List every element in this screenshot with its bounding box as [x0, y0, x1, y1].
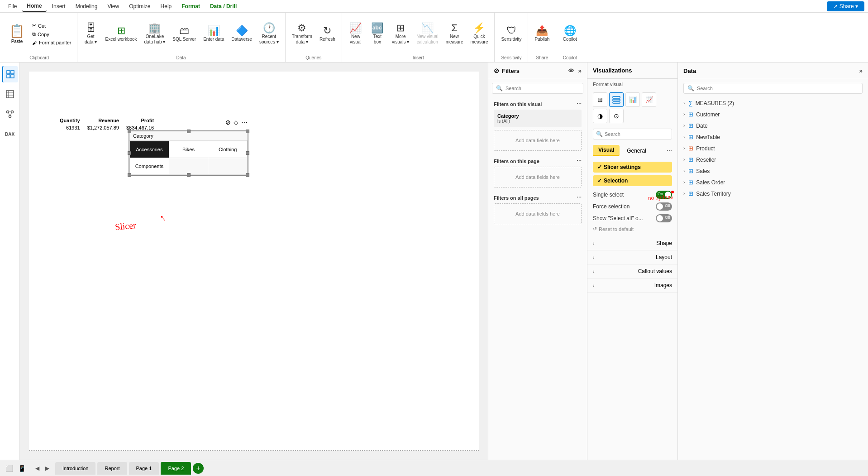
- tab-page2[interactable]: Page 2: [161, 462, 191, 475]
- enter-data-button[interactable]: 📊 Enter data: [200, 24, 227, 44]
- slicer-item-components[interactable]: Components: [130, 158, 169, 174]
- resize-handle-br[interactable]: [246, 173, 249, 177]
- tab-report[interactable]: Report: [97, 462, 127, 475]
- slicer-item-clothing[interactable]: Clothing: [208, 141, 247, 158]
- show-select-all-switch[interactable]: Off: [656, 214, 672, 222]
- canvas-page[interactable]: Quantity Revenue Profit 61931 $1,272,057…: [29, 72, 479, 451]
- viz-slicer-icon[interactable]: [609, 92, 624, 107]
- filter-expand-icon[interactable]: »: [578, 67, 582, 74]
- add-fields-visual[interactable]: Add data fields here: [494, 130, 582, 151]
- more-visuals-button[interactable]: ⊞ Morevisuals ▾: [389, 21, 412, 47]
- menu-format[interactable]: Format: [177, 1, 205, 11]
- layout-section[interactable]: › Layout: [587, 250, 677, 264]
- resize-handle-ml[interactable]: [128, 151, 131, 155]
- selection-header[interactable]: ✓ Selection: [593, 175, 672, 186]
- paste-button[interactable]: 📋 Paste: [5, 22, 29, 46]
- resize-handle-bl[interactable]: [128, 173, 131, 177]
- copy-button[interactable]: ⧉ Copy: [30, 30, 73, 38]
- viz-bar-icon[interactable]: 📊: [625, 92, 640, 107]
- single-select-toggle[interactable]: On: [656, 191, 672, 199]
- add-fields-page[interactable]: Add data fields here: [494, 167, 582, 188]
- data-item-product[interactable]: › ⊞ Product: [678, 143, 868, 154]
- data-search-input[interactable]: [697, 86, 858, 91]
- share-button[interactable]: ↗ Share ▾: [827, 1, 864, 11]
- menu-modeling[interactable]: Modeling: [71, 1, 102, 11]
- viz-line-icon[interactable]: 📈: [642, 92, 656, 107]
- viz-search-input[interactable]: [605, 131, 669, 137]
- data-item-sales-order[interactable]: › ⊞ Sales Order: [678, 177, 868, 188]
- shape-section[interactable]: › Shape: [587, 236, 677, 250]
- menu-optimize[interactable]: Optimize: [124, 1, 155, 11]
- data-item-customer[interactable]: › ⊞ Customer: [678, 109, 868, 120]
- copilot-button[interactable]: 🌐 Copilot: [560, 24, 580, 44]
- filters-on-visual-more[interactable]: ⋯: [577, 101, 582, 107]
- report-view-icon[interactable]: [2, 66, 18, 82]
- filter-search-input[interactable]: [506, 86, 579, 91]
- table-view-icon[interactable]: [2, 86, 18, 102]
- filter-eye-icon[interactable]: 👁: [568, 67, 574, 74]
- category-filter-card[interactable]: Category is (All): [494, 110, 582, 127]
- cut-button[interactable]: ✂ Cut: [30, 22, 73, 29]
- data-search-box[interactable]: 🔍: [683, 83, 863, 94]
- text-box-button[interactable]: 🔤 Textbox: [367, 21, 387, 47]
- sql-server-button[interactable]: 🗃 SQL Server: [170, 24, 199, 44]
- slicer-visual[interactable]: ⊘ ◇ ⋯ Category Accessories Bikes Clothin…: [129, 130, 248, 176]
- mobile-view-icon[interactable]: 📱: [16, 463, 27, 474]
- focus-icon[interactable]: ◇: [234, 119, 238, 126]
- add-fields-all[interactable]: Add data fields here: [494, 203, 582, 224]
- reset-to-default-button[interactable]: ↺ Reset to default: [593, 224, 672, 234]
- data-item-reseller[interactable]: › ⊞ Reseller: [678, 154, 868, 165]
- filter-visual-icon[interactable]: ⊘: [225, 119, 231, 126]
- table-visual[interactable]: Quantity Revenue Profit 61931 $1,272,057…: [56, 117, 157, 131]
- tab-visual[interactable]: Visual: [593, 145, 620, 156]
- tab-introduction[interactable]: Introduction: [55, 462, 95, 475]
- tab-more-icon[interactable]: ⋯: [667, 148, 672, 154]
- new-visual-button[interactable]: 📈 Newvisual: [346, 21, 366, 47]
- force-selection-toggle[interactable]: Off: [656, 202, 672, 211]
- data-item-date[interactable]: › ⊞ Date: [678, 120, 868, 131]
- menu-datadrill[interactable]: Data / Drill: [205, 1, 241, 11]
- resize-handle-mr[interactable]: [246, 151, 249, 155]
- excel-workbook-button[interactable]: ⊞ Excel workbook: [103, 24, 140, 44]
- new-measure-button[interactable]: Σ Newmeasure: [443, 21, 466, 47]
- more-options-icon[interactable]: ⋯: [241, 119, 248, 126]
- filters-on-allpages-more[interactable]: ⋯: [577, 195, 582, 201]
- tab-page1[interactable]: Page 1: [129, 462, 159, 475]
- new-visual-calc-button[interactable]: 📉 New visualcalculation: [414, 21, 441, 47]
- onelake-button[interactable]: 🏢 OneLakedata hub ▾: [142, 21, 168, 47]
- dataverse-button[interactable]: 🔷 Dataverse: [229, 24, 255, 44]
- format-painter-button[interactable]: 🖌 Format painter: [30, 39, 73, 46]
- slicer-item-bikes[interactable]: Bikes: [169, 141, 208, 158]
- transform-data-button[interactable]: ⚙ Transformdata ▾: [289, 21, 315, 47]
- filter-search-box[interactable]: 🔍: [492, 83, 583, 94]
- slicer-item-accessories[interactable]: Accessories: [130, 141, 169, 158]
- callout-values-section[interactable]: › Callout values: [587, 264, 677, 279]
- data-expand-icon[interactable]: »: [859, 67, 863, 74]
- images-section[interactable]: › Images: [587, 279, 677, 293]
- model-view-icon[interactable]: [2, 106, 18, 122]
- viz-search-box[interactable]: 🔍: [593, 129, 672, 139]
- resize-handle-tm[interactable]: [187, 130, 191, 133]
- viz-circle-icon[interactable]: ⊙: [609, 109, 624, 123]
- force-selection-switch[interactable]: Off: [656, 202, 672, 211]
- recent-sources-button[interactable]: 🕐 Recentsources ▾: [257, 21, 281, 47]
- menu-home[interactable]: Home: [22, 1, 46, 12]
- menu-help[interactable]: Help: [156, 1, 176, 11]
- viz-pie-icon[interactable]: ◑: [593, 109, 607, 123]
- viz-table-icon[interactable]: ⊞: [593, 92, 607, 107]
- menu-view[interactable]: View: [103, 1, 124, 11]
- data-item-sales[interactable]: › ⊞ Sales: [678, 165, 868, 177]
- filters-on-page-more[interactable]: ⋯: [577, 158, 582, 164]
- publish-button[interactable]: 📤 Publish: [532, 24, 552, 44]
- add-page-button[interactable]: +: [193, 463, 204, 474]
- data-item-measures[interactable]: › ∑ MEASURES (2): [678, 97, 868, 109]
- data-item-newtable[interactable]: › ⊞ NewTable: [678, 131, 868, 143]
- next-page-arrow[interactable]: ▶: [43, 464, 52, 473]
- quick-measure-button[interactable]: ⚡ Quickmeasure: [468, 21, 491, 47]
- single-select-switch[interactable]: On: [656, 191, 672, 199]
- tab-general[interactable]: General: [621, 146, 652, 156]
- sensitivity-button[interactable]: 🛡 Sensitivity: [498, 24, 524, 44]
- desktop-view-icon[interactable]: ⬜: [4, 463, 14, 474]
- menu-insert[interactable]: Insert: [48, 1, 70, 11]
- prev-page-arrow[interactable]: ◀: [33, 464, 42, 473]
